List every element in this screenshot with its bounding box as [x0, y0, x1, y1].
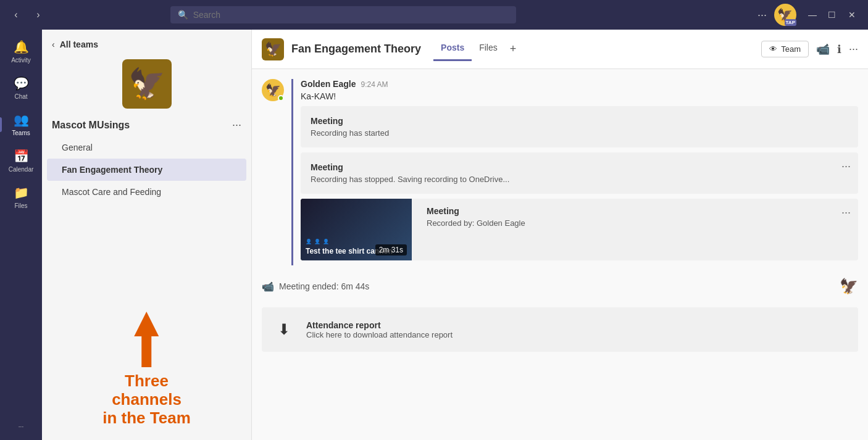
- annotation: Three channelsin the Team: [94, 312, 199, 428]
- info-icon: ℹ: [837, 43, 841, 56]
- sidebar-item-chat[interactable]: 💬 Chat: [0, 71, 42, 105]
- video-duration: 2m 31s: [375, 244, 407, 255]
- recording-stopped-title: Meeting: [311, 162, 848, 172]
- add-tab-button[interactable]: +: [505, 38, 522, 60]
- recording-stopped-card: Meeting Recording has stopped. Saving re…: [301, 152, 858, 194]
- chat-icon: 💬: [14, 76, 29, 91]
- sidebar-more[interactable]: ···: [0, 418, 42, 435]
- attendance-title: Attendance report: [306, 320, 848, 330]
- sidebar-icons: 🔔 Activity 💬 Chat 👥 Teams 📅 Calendar 📁 F…: [0, 30, 42, 440]
- recording-stopped-more-button[interactable]: ···: [841, 160, 851, 173]
- annotation-text: Three channelsin the Team: [94, 372, 199, 428]
- video-info: Meeting Recorded by: Golden Eagle: [419, 199, 858, 260]
- messages-area: 🦅 Golden Eagle 9:24 AM Ka-KAW! Meeting R…: [252, 69, 868, 440]
- meeting-ended-avatar: 🦅: [840, 278, 858, 295]
- attendance-card[interactable]: ⬇ Attendance report Click here to downlo…: [262, 307, 858, 352]
- meeting-ended-left: 📹 Meeting ended: 6m 44s: [262, 281, 369, 293]
- channel-label-general: General: [62, 143, 93, 152]
- meeting-ended-text: Meeting ended: 6m 44s: [279, 281, 369, 291]
- video-title: Meeting: [427, 206, 851, 216]
- chat-area: 🦅 Fan Engagement Theory Posts Files + 👁 …: [252, 30, 868, 440]
- tab-files-label: Files: [479, 43, 498, 52]
- chat-header: 🦅 Fan Engagement Theory Posts Files + 👁 …: [252, 30, 868, 69]
- files-icon: 📁: [14, 185, 29, 200]
- nav-buttons: ‹ ›: [7, 6, 47, 23]
- maximize-button[interactable]: ☐: [824, 6, 841, 23]
- sidebar-item-activity-label: Activity: [11, 57, 31, 64]
- team-btn-label: Team: [781, 44, 801, 54]
- channel-item-mascot-care[interactable]: Mascot Care and Feeding: [47, 181, 246, 203]
- recording-stopped-text: Recording has stopped. Saving recording …: [311, 175, 848, 184]
- channel-panel: ‹ All teams 🦅 Mascot MUsings ··· General…: [42, 30, 252, 440]
- tab-posts[interactable]: Posts: [433, 38, 472, 60]
- sender-avatar: 🦅: [262, 79, 284, 101]
- arrow-stem: [142, 336, 152, 367]
- tab-files[interactable]: Files: [472, 38, 505, 60]
- recording-started-card: Meeting Recording has started: [301, 106, 858, 147]
- user-avatar-container: 🦅 TAP: [774, 4, 796, 26]
- header-more-button[interactable]: ···: [849, 43, 858, 56]
- search-input[interactable]: [193, 10, 509, 20]
- channel-title: Fan Engagement Theory: [291, 43, 421, 56]
- sidebar-item-teams-label: Teams: [12, 130, 30, 136]
- video-more-button[interactable]: ···: [841, 206, 851, 219]
- recording-started-title: Meeting: [311, 116, 848, 126]
- video-thumb-participants: 👤👤👤: [306, 239, 407, 244]
- info-button[interactable]: ℹ: [837, 43, 841, 56]
- meeting-ended-icon: 📹: [262, 281, 274, 293]
- back-button[interactable]: ‹: [7, 6, 25, 23]
- sidebar-item-calendar[interactable]: 📅 Calendar: [0, 144, 42, 178]
- calendar-icon: 📅: [14, 149, 29, 164]
- close-button[interactable]: ✕: [843, 6, 861, 23]
- sidebar-item-activity[interactable]: 🔔 Activity: [0, 35, 42, 68]
- attendance-subtitle: Click here to download attendance report: [306, 330, 848, 339]
- team-icon-emoji: 🦅: [128, 67, 165, 101]
- video-card[interactable]: 👤👤👤 Test the tee shirt cannon 2m 31s Mee…: [301, 199, 858, 260]
- message-time: 9:24 AM: [361, 80, 388, 89]
- team-icon: 🦅: [122, 59, 172, 109]
- sidebar-item-teams[interactable]: 👥 Teams: [0, 107, 42, 141]
- back-arrow-icon: ‹: [52, 39, 55, 49]
- channel-item-fan-engagement[interactable]: Fan Engagement Theory: [47, 159, 246, 181]
- more-options-button[interactable]: ···: [757, 9, 767, 22]
- all-teams-button[interactable]: ‹ All teams: [42, 30, 251, 54]
- video-call-button[interactable]: 📹: [816, 43, 830, 56]
- channel-avatar-icon: 🦅: [265, 41, 282, 57]
- sidebar-item-chat-label: Chat: [14, 93, 27, 100]
- attendance-info: Attendance report Click here to download…: [306, 320, 848, 339]
- minimize-button[interactable]: —: [804, 6, 821, 23]
- video-thumbnail: 👤👤👤 Test the tee shirt cannon 2m 31s: [301, 199, 412, 260]
- message-content: Golden Eagle 9:24 AM Ka-KAW! Meeting Rec…: [291, 79, 858, 265]
- team-view-button[interactable]: 👁 Team: [761, 41, 809, 57]
- sidebar-item-files-label: Files: [14, 202, 27, 209]
- arrow-up-icon: [135, 312, 159, 336]
- video-icon: 📹: [816, 43, 830, 56]
- meeting-ended-row: 📹 Meeting ended: 6m 44s 🦅: [262, 275, 858, 297]
- online-indicator: [278, 95, 284, 101]
- message-text: Ka-KAW!: [301, 91, 858, 101]
- team-more-button[interactable]: ···: [232, 118, 241, 131]
- team-header: Mascot MUsings ···: [42, 114, 251, 136]
- team-name: Mascot MUsings: [52, 120, 130, 131]
- search-bar[interactable]: 🔍: [170, 6, 516, 23]
- user-badge: TAP: [785, 19, 796, 26]
- header-tabs: Posts Files +: [433, 38, 521, 60]
- message-meta: Golden Eagle 9:24 AM: [301, 79, 858, 89]
- channel-label-fan-engagement: Fan Engagement Theory: [62, 165, 162, 175]
- all-teams-label: All teams: [60, 39, 98, 49]
- message-row: 🦅 Golden Eagle 9:24 AM Ka-KAW! Meeting R…: [262, 79, 858, 265]
- channel-label-mascot-care: Mascot Care and Feeding: [62, 187, 161, 197]
- message-sender: Golden Eagle: [301, 79, 356, 89]
- title-bar: ‹ › 🔍 ··· 🦅 TAP — ☐ ✕: [0, 0, 868, 30]
- sidebar-more-label: ···: [19, 423, 23, 430]
- sidebar-item-files[interactable]: 📁 Files: [0, 180, 42, 214]
- channel-avatar: 🦅: [262, 38, 284, 60]
- forward-button[interactable]: ›: [30, 6, 47, 23]
- channel-item-general[interactable]: General: [47, 136, 246, 159]
- activity-icon: 🔔: [14, 39, 29, 54]
- recording-started-text: Recording has started: [311, 128, 848, 138]
- download-icon-symbol: ⬇: [278, 321, 290, 338]
- tab-posts-label: Posts: [441, 43, 464, 52]
- teams-icon: 👥: [14, 112, 29, 127]
- main-content: 🔔 Activity 💬 Chat 👥 Teams 📅 Calendar 📁 F…: [0, 30, 868, 440]
